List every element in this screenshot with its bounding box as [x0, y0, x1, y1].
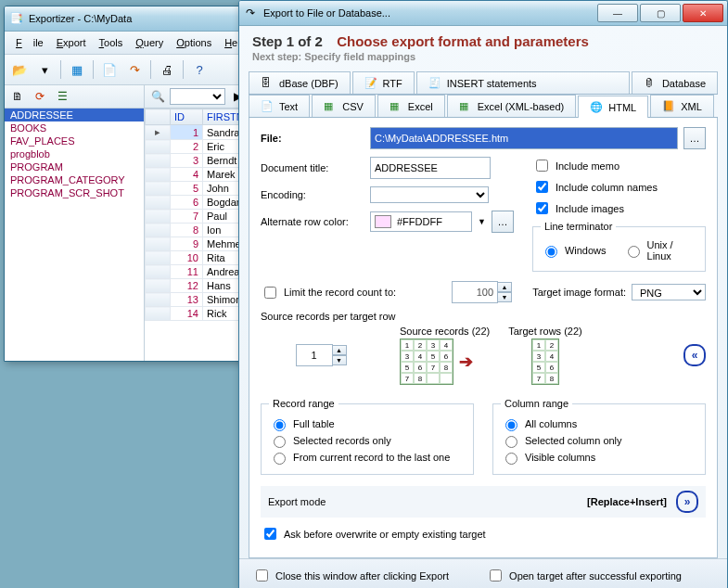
- cell-id[interactable]: 1: [171, 125, 203, 140]
- text-icon: 📄: [261, 100, 274, 113]
- table-item[interactable]: progblob: [5, 147, 144, 160]
- target-image-format-label: Target image format:: [532, 287, 626, 298]
- tab-text[interactable]: 📄Text: [249, 95, 310, 117]
- find-icon[interactable]: 🔍: [147, 87, 168, 106]
- tab-insert[interactable]: 🧾INSERT statements: [416, 71, 630, 94]
- row-indicator: [146, 168, 171, 182]
- cell-id[interactable]: 6: [171, 196, 203, 210]
- spin-up-icon[interactable]: ▲: [497, 282, 512, 292]
- record-range-label: Record range: [269, 398, 338, 409]
- menu-options[interactable]: Options: [171, 35, 217, 50]
- row-indicator: ▸: [146, 125, 171, 140]
- csv-icon: ▦: [324, 100, 337, 113]
- cell-id[interactable]: 8: [171, 224, 203, 237]
- spin-up-icon[interactable]: ▲: [332, 345, 347, 355]
- find-combo[interactable]: [170, 88, 225, 105]
- table-item[interactable]: PROGRAM_CATEGORY: [5, 173, 144, 186]
- tab-rtf[interactable]: 📝RTF: [352, 71, 415, 94]
- file-input[interactable]: [370, 127, 678, 149]
- menu-query[interactable]: Query: [130, 35, 169, 50]
- spin-down-icon[interactable]: ▼: [332, 355, 347, 365]
- copy-icon[interactable]: 📄: [98, 58, 121, 81]
- cell-id[interactable]: 11: [171, 265, 203, 279]
- cell-id[interactable]: 2: [171, 140, 203, 154]
- close-button[interactable]: ✕: [683, 4, 723, 22]
- encoding-select[interactable]: [370, 186, 489, 203]
- table-item[interactable]: BOOKS: [5, 121, 144, 134]
- tab-database[interactable]: 🛢Database: [632, 71, 718, 94]
- browse-button[interactable]: …: [683, 127, 706, 149]
- tab-html[interactable]: 🌐HTML: [578, 96, 648, 118]
- next-step-hint: Next step: Specify field mappings: [252, 51, 714, 62]
- color-swatch: [375, 215, 391, 228]
- export-icon[interactable]: ↷: [123, 58, 146, 81]
- cell-id[interactable]: 3: [171, 154, 203, 168]
- chk-limit-records[interactable]: Limit the record count to:: [261, 284, 446, 301]
- radio-unix[interactable]: Unix / Linux: [623, 239, 697, 262]
- chk-open-target[interactable]: Open target after successful exporting: [486, 567, 682, 584]
- cell-id[interactable]: 12: [171, 279, 203, 293]
- table-item[interactable]: PROGRAM_SCR_SHOT: [5, 186, 144, 199]
- chk-memo[interactable]: Include memo: [532, 157, 706, 174]
- maximize-button[interactable]: ▢: [640, 4, 681, 22]
- minimize-button[interactable]: —: [597, 4, 638, 22]
- row-header-blank: [146, 109, 171, 125]
- table-item[interactable]: FAV_PLACES: [5, 134, 144, 147]
- tree-icon[interactable]: ☰: [52, 87, 72, 106]
- srptr-value[interactable]: [296, 344, 333, 366]
- chk-ask-overwrite[interactable]: Ask before overwrite or empty existing t…: [261, 525, 706, 543]
- radio-selected-column[interactable]: Selected column only: [501, 433, 697, 448]
- menu-export[interactable]: Export: [51, 35, 92, 50]
- tables-list[interactable]: ADDRESSEE BOOKS FAV_PLACES progblob PROG…: [5, 109, 144, 199]
- column-range-label: Column range: [501, 398, 572, 409]
- grid-icon[interactable]: ▦: [66, 58, 88, 81]
- cell-id[interactable]: 13: [171, 293, 203, 307]
- target-image-format-select[interactable]: PNG: [632, 284, 706, 300]
- limit-value[interactable]: [452, 281, 498, 303]
- limit-spinner[interactable]: ▲▼: [452, 281, 512, 303]
- radio-all-columns[interactable]: All columns: [501, 416, 697, 431]
- tab-excel-xml[interactable]: ▦Excel (XML-based): [447, 95, 577, 117]
- spin-down-icon[interactable]: ▼: [497, 292, 512, 302]
- radio-selected-records[interactable]: Selected records only: [269, 433, 466, 448]
- open-icon[interactable]: 📂: [8, 58, 31, 81]
- cell-id[interactable]: 10: [171, 251, 203, 265]
- tab-csv[interactable]: ▦CSV: [312, 95, 376, 117]
- expand-section-button[interactable]: »: [676, 491, 698, 513]
- doc-title-input[interactable]: [370, 157, 491, 179]
- open-dropdown-icon[interactable]: ▾: [33, 58, 56, 81]
- cell-id[interactable]: 9: [171, 237, 203, 251]
- chk-column-names[interactable]: Include column names: [532, 178, 706, 196]
- tables-list-icon[interactable]: 🗎: [7, 87, 28, 106]
- line-terminator-label: Line terminator: [541, 221, 616, 232]
- tab-xml[interactable]: 📙XML: [650, 95, 714, 117]
- chk-images[interactable]: Include images: [532, 199, 706, 217]
- help-icon[interactable]: ?: [188, 58, 211, 81]
- table-item[interactable]: PROGRAM: [5, 160, 144, 173]
- cell-id[interactable]: 5: [171, 182, 203, 196]
- tab-excel[interactable]: ▦Excel: [377, 95, 445, 117]
- radio-full-table[interactable]: Full table: [269, 416, 466, 431]
- chk-close-after-export[interactable]: Close this window after clicking Export: [252, 567, 449, 584]
- source-records-per-row-spinner[interactable]: ▲▼: [296, 344, 347, 366]
- row-indicator: [146, 182, 171, 196]
- menu-tools[interactable]: Tools: [94, 35, 129, 50]
- sql-icon: 🧾: [428, 77, 441, 90]
- cell-id[interactable]: 4: [171, 168, 203, 182]
- refresh-icon[interactable]: ⟳: [30, 87, 50, 106]
- menu-file[interactable]: File: [10, 35, 49, 50]
- radio-from-current[interactable]: From current record to the last one: [269, 450, 466, 465]
- print-icon[interactable]: 🖨: [156, 58, 178, 81]
- row-indicator: [146, 265, 171, 279]
- color-picker-button[interactable]: …: [492, 211, 514, 233]
- cell-id[interactable]: 7: [171, 210, 203, 224]
- doc-title-label: Document title:: [261, 162, 364, 173]
- tab-dbase[interactable]: 🗄dBase (DBF): [249, 71, 351, 94]
- cell-id[interactable]: 14: [171, 307, 203, 321]
- collapse-section-button[interactable]: «: [683, 344, 706, 366]
- radio-windows[interactable]: Windows: [541, 239, 607, 262]
- step-indicator: Step 1 of 2: [252, 33, 323, 49]
- radio-visible-columns[interactable]: Visible columns: [501, 450, 697, 465]
- table-item[interactable]: ADDRESSEE: [5, 109, 144, 121]
- col-id[interactable]: ID: [171, 109, 203, 125]
